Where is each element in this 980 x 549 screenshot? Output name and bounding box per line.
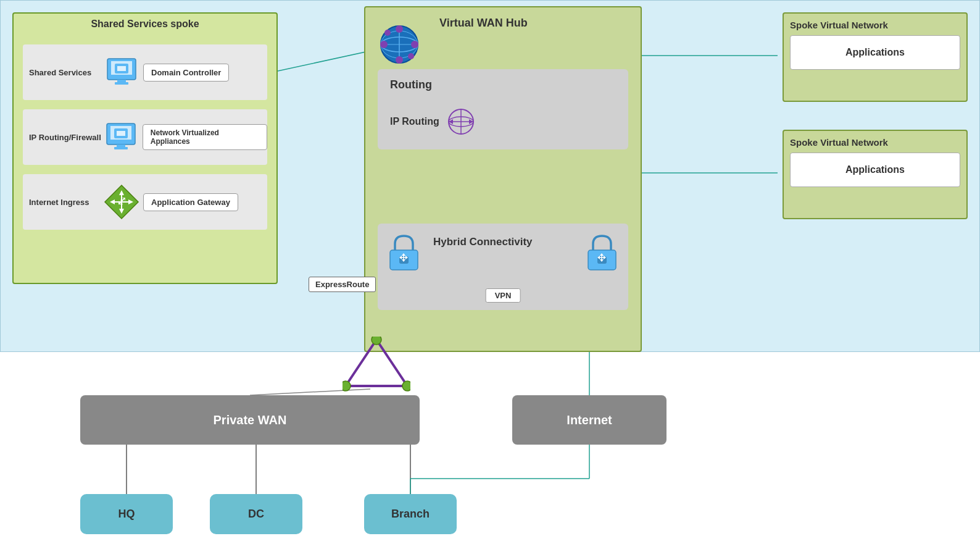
shared-services-spoke: Shared Services spoke Shared Services Do… [12, 12, 278, 284]
ss-label-ip-routing: IP Routing/Firewall [23, 133, 102, 142]
ss-label-shared-services: Shared Services [23, 68, 103, 77]
spoke-vnet-2: Spoke Virtual Network Applications [783, 130, 968, 219]
svg-line-68 [376, 340, 407, 386]
svg-rect-22 [117, 131, 125, 136]
spoke-vnet-1: Spoke Virtual Network Applications [783, 12, 968, 102]
svg-point-41 [396, 25, 403, 33]
svg-rect-24 [114, 147, 128, 149]
ip-routing-icon [446, 106, 476, 137]
lock-icon-right [585, 233, 619, 274]
spoke-vnet-1-applications: Applications [790, 35, 960, 70]
ip-routing-label: IP Routing [390, 116, 439, 127]
internet-label: Internet [567, 413, 612, 427]
private-wan-label: Private WAN [214, 413, 287, 427]
ss-row-shared-services: Shared Services Domain Controller [23, 44, 267, 100]
svg-point-43 [384, 30, 391, 36]
routing-label: Routing [390, 78, 432, 91]
globe-icon [375, 20, 424, 69]
dc-terminal: DC [210, 494, 302, 534]
svg-line-67 [346, 340, 376, 386]
ss-label-internet-ingress: Internet Ingress [23, 198, 103, 207]
svg-rect-16 [117, 66, 126, 71]
svg-rect-23 [117, 145, 125, 147]
hq-label: HQ [118, 508, 135, 521]
svg-rect-17 [117, 80, 126, 82]
spoke-vnet-2-title: Spoke Virtual Network [790, 137, 960, 148]
svg-point-44 [408, 53, 414, 59]
expressroute-label: ExpressRoute [309, 277, 376, 292]
svg-point-71 [343, 381, 351, 391]
vpn-label: VPN [486, 288, 521, 303]
vwan-hub-title: Virtual WAN Hub [439, 17, 528, 30]
svg-point-39 [380, 41, 388, 48]
vwan-hub-area: Virtual WAN Hub Routing IP Routing [364, 6, 642, 352]
svg-point-40 [411, 41, 418, 48]
internet-box: Internet [512, 395, 666, 445]
spoke-vnet-1-title: Spoke Virtual Network [790, 20, 960, 30]
gateway-icon: ⤢ ↕ [103, 183, 140, 220]
private-wan: Private WAN [80, 395, 420, 445]
network-virtualized-box: Network Virtualized Appliances [143, 124, 267, 150]
svg-point-72 [402, 381, 410, 391]
branch-terminal: Branch [364, 494, 457, 534]
hq-terminal: HQ [80, 494, 173, 534]
dc-label: DC [248, 508, 264, 521]
expressroute-triangle [343, 337, 410, 392]
hybrid-connectivity-box: Hybrid Connectivity VPN [378, 224, 628, 310]
routing-box: Routing IP Routing [378, 69, 628, 149]
shared-services-spoke-title: Shared Services spoke [91, 19, 199, 30]
monitor-icon-1 [103, 54, 140, 91]
hybrid-connectivity-label: Hybrid Connectivity [433, 236, 533, 248]
branch-label: Branch [391, 508, 430, 521]
ss-row-ip-routing: IP Routing/Firewall Network Virtualized … [23, 109, 267, 165]
application-gateway-box: Application Gateway [143, 193, 238, 211]
domain-controller-box: Domain Controller [143, 64, 229, 82]
spoke-vnet-2-applications: Applications [790, 153, 960, 187]
svg-point-42 [396, 56, 403, 64]
ss-row-internet-ingress: Internet Ingress ⤢ ↕ Application Gateway [23, 174, 267, 230]
monitor-icon-2 [102, 119, 139, 156]
svg-point-70 [372, 337, 381, 345]
lock-icon-left [387, 233, 421, 274]
svg-rect-18 [115, 82, 128, 85]
